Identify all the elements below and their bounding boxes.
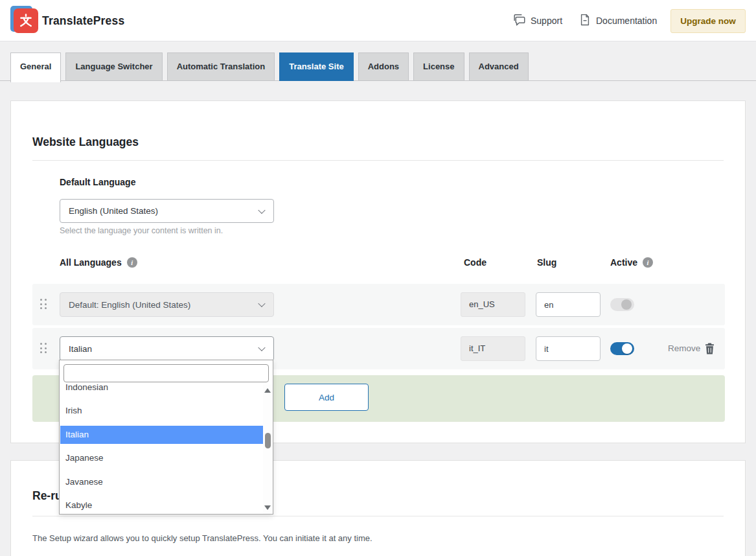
language-option[interactable]: Indonesian (60, 384, 263, 397)
language-option[interactable]: Kabyle (60, 496, 263, 514)
documentation-link[interactable]: Documentation (578, 0, 657, 41)
app-header: TranslatePress Support Documentation Upg… (0, 0, 756, 41)
language-option[interactable]: Italian (60, 426, 263, 444)
support-label: Support (531, 16, 562, 26)
support-chat-icon (512, 13, 526, 29)
support-link[interactable]: Support (512, 0, 562, 41)
drag-handle-icon[interactable] (40, 343, 47, 353)
translatepress-logo (14, 8, 38, 33)
language-option[interactable]: Irish (60, 402, 263, 420)
default-language-label: Default Language (60, 177, 135, 187)
language-select-value: Default: English (United States) (69, 300, 190, 310)
language-search-input[interactable] (63, 364, 269, 382)
chevron-down-icon (258, 344, 265, 351)
language-option[interactable]: Javanese (60, 473, 263, 491)
active-toggle[interactable] (610, 342, 634, 355)
add-language-button[interactable]: Add (284, 384, 369, 411)
setup-wizard-title: Re-ru (32, 489, 62, 503)
toggle-knob (622, 343, 632, 354)
info-icon[interactable]: i (127, 257, 137, 268)
all-languages-label: All Languages (60, 257, 122, 268)
tab-general[interactable]: General (10, 52, 61, 82)
tab-license[interactable]: License (413, 52, 464, 81)
language-row-default: Default: English (United States) en_US (32, 284, 725, 325)
chevron-down-icon (258, 300, 265, 307)
default-language-help: Select the language your content is writ… (60, 226, 223, 235)
upgrade-now-button[interactable]: Upgrade now (670, 9, 746, 33)
language-select-value: Italian (69, 344, 92, 354)
remove-language-button[interactable]: Remove (668, 328, 700, 369)
logo-wen-icon (14, 8, 38, 33)
language-select-italian[interactable]: Italian (60, 336, 274, 361)
default-language-select[interactable]: English (United States) (60, 199, 274, 223)
tab-advanced[interactable]: Advanced (469, 52, 529, 81)
scroll-up-arrow-icon[interactable] (264, 388, 271, 393)
chevron-down-icon (258, 206, 265, 213)
all-languages-header: All Languages i (60, 257, 137, 268)
tab-language-switcher[interactable]: Language Switcher (65, 52, 162, 81)
language-code: en_US (461, 292, 525, 317)
code-column-header: Code (464, 257, 487, 268)
setup-wizard-description: The Setup wizard allows you to quickly s… (32, 533, 372, 543)
tab-addons[interactable]: Addons (358, 52, 409, 81)
language-code: it_IT (461, 336, 525, 361)
website-languages-title: Website Languages (32, 135, 139, 149)
divider (32, 160, 724, 161)
settings-tabs: General Language Switcher Automatic Tran… (10, 52, 533, 82)
trash-icon[interactable] (705, 343, 715, 356)
tab-automatic-translation[interactable]: Automatic Translation (167, 52, 275, 81)
info-icon[interactable]: i (643, 257, 653, 268)
language-dropdown: IndonesianIrishItalianJapaneseJavaneseKa… (59, 360, 273, 515)
slug-column-header: Slug (537, 257, 556, 268)
dropdown-scrollbar[interactable] (263, 384, 273, 514)
active-toggle[interactable] (610, 298, 634, 311)
translatepress-settings-page: TranslatePress Support Documentation Upg… (0, 0, 756, 556)
slug-input[interactable] (536, 336, 601, 361)
default-language-value: English (United States) (69, 206, 158, 216)
scroll-down-arrow-icon[interactable] (264, 505, 271, 510)
app-title: TranslatePress (42, 0, 124, 41)
language-options-list: IndonesianIrishItalianJapaneseJavaneseKa… (60, 384, 263, 514)
documentation-label: Documentation (596, 16, 657, 26)
slug-input[interactable] (536, 292, 601, 317)
drag-handle-icon[interactable] (40, 299, 47, 309)
divider (32, 516, 724, 516)
tab-translate-site[interactable]: Translate Site (279, 52, 354, 81)
active-label: Active (610, 257, 637, 268)
language-select-default[interactable]: Default: English (United States) (60, 292, 274, 317)
active-column-header: Active i (610, 257, 653, 268)
toggle-knob (621, 299, 632, 310)
document-icon (578, 13, 591, 29)
language-option[interactable]: Japanese (60, 449, 263, 467)
scrollbar-thumb[interactable] (265, 433, 271, 448)
